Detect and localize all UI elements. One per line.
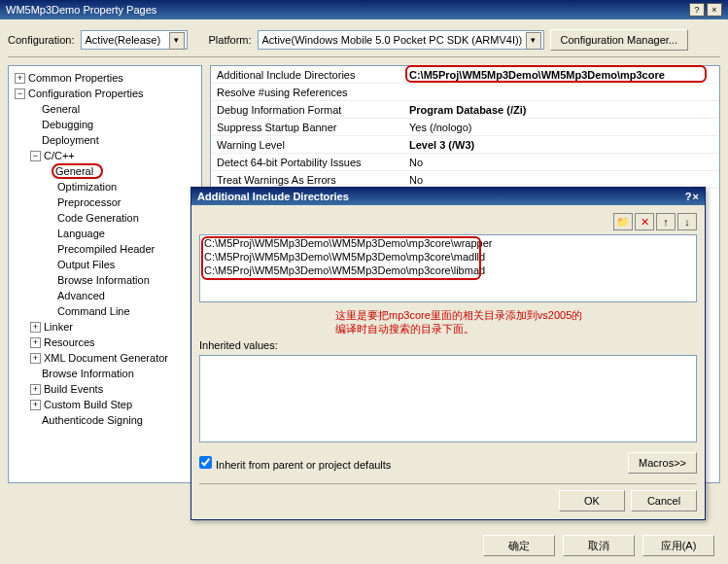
include-dirs-dialog: Additional Include Directories ?× 📁 ✕ ↑ … <box>191 187 706 520</box>
dialog-cancel-button[interactable]: Cancel <box>631 490 697 511</box>
move-down-icon[interactable]: ↓ <box>677 213 697 230</box>
ok-button[interactable]: 确定 <box>483 535 555 556</box>
tree-item: Browse Information <box>11 272 199 288</box>
tree-item-general: General <box>11 163 199 179</box>
tree-item: Debugging <box>11 117 199 132</box>
move-up-icon[interactable]: ↑ <box>656 213 676 230</box>
tree-item: Output Files <box>11 257 199 272</box>
platform-label: Platform: <box>209 34 252 46</box>
config-select[interactable]: Active(Release) <box>81 30 188 50</box>
tree-item: Deployment <box>11 132 199 148</box>
tree-item: Authenticode Signing <box>11 412 199 428</box>
help-button[interactable]: ? <box>689 3 705 17</box>
tree-item: Advanced <box>11 288 199 303</box>
config-manager-button[interactable]: Configuration Manager... <box>550 29 688 51</box>
tree-item: Code Generation <box>11 210 199 226</box>
dialog-help-button[interactable]: ? <box>685 191 692 202</box>
tree-item: Precompiled Header <box>11 241 199 257</box>
titlebar: WM5Mp3Demo Property Pages ? × <box>0 0 728 19</box>
folder-icon[interactable]: 📁 <box>613 213 633 230</box>
window-title: WM5Mp3Demo Property Pages <box>6 4 156 16</box>
dialog-title: Additional Include Directories <box>197 191 349 202</box>
inherited-label: Inherited values: <box>199 339 697 351</box>
macros-button[interactable]: Macros>> <box>628 452 697 474</box>
dialog-close-button[interactable]: × <box>693 191 699 202</box>
platform-select[interactable]: Active(Windows Mobile 5.0 Pocket PC SDK … <box>258 30 544 50</box>
annotation-text: 这里是要把mp3core里面的相关目录添加到vs2005的编译时自动搜索的目录下… <box>335 308 697 335</box>
dialog-ok-button[interactable]: OK <box>559 490 625 511</box>
delete-icon[interactable]: ✕ <box>635 213 654 230</box>
tree-item: Language <box>11 226 199 241</box>
tree-item: Command Line <box>11 303 199 319</box>
main-footer: 确定 取消 应用(A) <box>483 535 714 556</box>
close-button[interactable]: × <box>707 3 722 17</box>
cancel-button[interactable]: 取消 <box>563 535 635 556</box>
inherited-listbox[interactable] <box>199 355 697 442</box>
highlight-box <box>405 65 707 83</box>
tree-item: Preprocessor <box>11 194 199 210</box>
paths-listbox[interactable]: C:\M5Proj\WM5Mp3Demo\WM5Mp3Demo\mp3core\… <box>199 234 697 302</box>
config-row: Configuration: Active(Release) Platform:… <box>0 19 728 56</box>
apply-button[interactable]: 应用(A) <box>642 535 714 556</box>
tree-item: Optimization <box>11 179 199 194</box>
tree-item: Browse Information <box>11 366 199 381</box>
inherit-checkbox[interactable]: Inherit from parent or project defaults <box>199 456 391 471</box>
config-label: Configuration: <box>8 34 75 46</box>
nav-tree[interactable]: +Common Properties −Configuration Proper… <box>8 65 202 483</box>
tree-item: General <box>11 101 199 117</box>
